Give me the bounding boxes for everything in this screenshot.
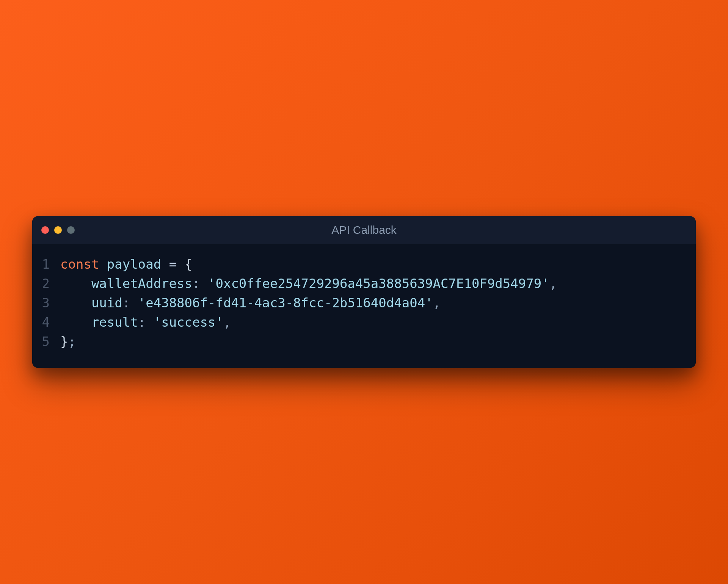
minimize-icon[interactable] (54, 226, 62, 234)
colon-token: : (192, 276, 200, 291)
property-token: uuid (91, 295, 122, 310)
string-token: '0xc0ffee254729296a45a3885639AC7E10F9d54… (208, 276, 549, 291)
keyword-token: const (60, 257, 99, 272)
code-line: }; (60, 332, 687, 351)
line-number: 4 (41, 313, 50, 332)
code-window: API Callback 1 2 3 4 5 const payload = {… (32, 216, 696, 368)
operator-token: = (169, 257, 177, 272)
line-number-gutter: 1 2 3 4 5 (41, 255, 60, 351)
close-icon[interactable] (41, 226, 49, 234)
line-number: 3 (41, 293, 50, 313)
line-number: 5 (41, 332, 50, 351)
code-line: uuid: 'e438806f-fd41-4ac3-8fcc-2b51640d4… (60, 293, 687, 313)
colon-token: : (122, 295, 130, 310)
property-token: result (91, 315, 138, 330)
traffic-lights (41, 226, 75, 234)
titlebar: API Callback (32, 216, 696, 244)
line-number: 2 (41, 274, 50, 293)
maximize-icon[interactable] (67, 226, 75, 234)
brace-token: } (60, 334, 68, 349)
variable-token: payload (107, 257, 161, 272)
code-line: const payload = { (60, 255, 687, 274)
code-line: walletAddress: '0xc0ffee254729296a45a388… (60, 274, 687, 293)
string-token: 'e438806f-fd41-4ac3-8fcc-2b51640d4a04' (138, 295, 433, 310)
window-title: API Callback (41, 224, 687, 236)
comma-token: , (549, 276, 557, 291)
code-editor[interactable]: 1 2 3 4 5 const payload = { walletAddres… (32, 244, 696, 368)
comma-token: , (433, 295, 441, 310)
comma-token: , (223, 315, 231, 330)
semicolon-token: ; (68, 334, 75, 349)
code-line: result: 'success', (60, 313, 687, 332)
property-token: walletAddress (91, 276, 192, 291)
brace-token: { (185, 257, 192, 272)
line-number: 1 (41, 255, 50, 274)
colon-token: : (138, 315, 146, 330)
string-token: 'success' (154, 315, 223, 330)
code-content: const payload = { walletAddress: '0xc0ff… (60, 255, 687, 351)
